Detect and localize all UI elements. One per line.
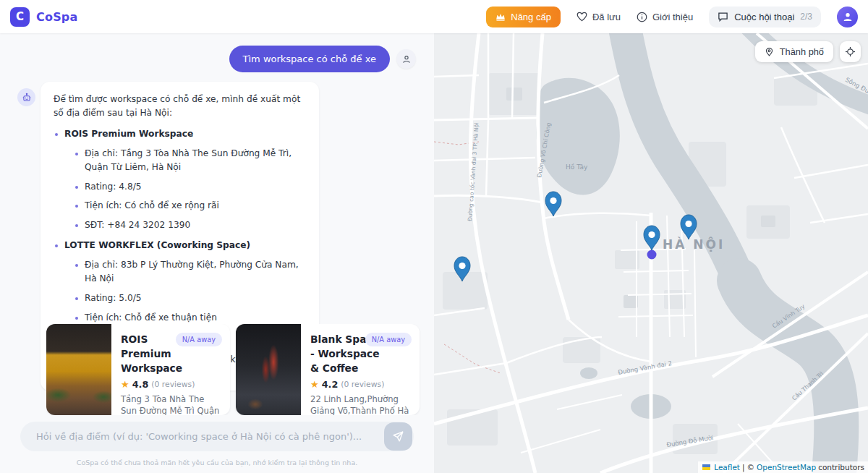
send-button[interactable] xyxy=(384,422,412,451)
logo-icon: C xyxy=(10,7,30,27)
info-icon xyxy=(637,12,647,22)
chat-icon xyxy=(718,12,728,22)
crown-icon xyxy=(495,12,506,21)
chat-input[interactable] xyxy=(20,422,414,451)
chat-panel: Tìm workspace có chỗ để xe Để tìm được w… xyxy=(0,33,434,473)
rating-value: 4.8 xyxy=(132,379,149,390)
place-name-item: ROIS Premium Workspace xyxy=(55,127,306,141)
distance-badge: N/A away xyxy=(365,333,412,346)
place-card-image xyxy=(236,324,301,415)
app-logo[interactable]: C CoSpa xyxy=(10,7,78,27)
place-card-rois[interactable]: ROIS Premium Workspace N/A away ★ 4.8 (0… xyxy=(46,324,230,415)
place-card-blank-space[interactable]: Blank Space - Workspace & Coffee N/A awa… xyxy=(236,324,420,415)
road-label-ring3: Đường cao tốc Vành đai 3 TP. Hà Nội xyxy=(467,122,480,221)
app-header: C CoSpa Nâng cấp Đã lưu Giới thiệu Cuộc xyxy=(0,0,868,33)
map-marker[interactable] xyxy=(644,226,660,250)
place-card-address: Tầng 3 Tòa Nhà The Sun Đường Mễ Trì Quận… xyxy=(121,393,221,415)
star-icon: ★ xyxy=(310,379,319,390)
heart-icon xyxy=(576,12,587,22)
place-cards-carousel[interactable]: ROIS Premium Workspace N/A away ★ 4.8 (0… xyxy=(46,324,434,415)
city-button[interactable]: Thành phố xyxy=(755,41,833,62)
map[interactable]: Hồ Tây Đường Võ Chí Công Đường cao tốc V… xyxy=(434,33,868,473)
place-detail: Địa chỉ: 83b P Lý Thường Kiệt, Phường Cử… xyxy=(75,258,306,286)
person-icon xyxy=(842,11,854,22)
saved-button[interactable]: Đã lưu xyxy=(576,12,621,22)
road-label-vanhdai2: Đường Vành đai 2 xyxy=(618,359,673,376)
place-detail: Tiện ích: Có chỗ để xe rộng rãi xyxy=(75,199,306,213)
upgrade-button[interactable]: Nâng cấp xyxy=(486,7,561,27)
review-count: (0 reviews) xyxy=(341,380,384,389)
bot-avatar xyxy=(17,88,35,106)
star-icon: ★ xyxy=(121,379,129,390)
map-canvas[interactable]: Hồ Tây Đường Võ Chí Công Đường cao tốc V… xyxy=(434,33,868,473)
locate-button[interactable] xyxy=(840,41,861,62)
bullet-dot xyxy=(55,133,58,136)
conversations-button[interactable]: Cuộc hội thoại 2/3 xyxy=(709,7,821,27)
user-message: Tìm workspace có chỗ để xe xyxy=(229,46,390,72)
map-marker[interactable] xyxy=(681,215,697,239)
osm-link[interactable]: OpenStreetMap xyxy=(757,463,816,472)
city-label: HÀ NỘI xyxy=(663,236,725,252)
distance-badge: N/A away xyxy=(176,333,222,346)
app-title: CoSpa xyxy=(36,10,78,24)
place-card-image xyxy=(46,324,111,415)
user-message-avatar xyxy=(396,49,416,69)
bot-intro: Để tìm được workspace có chỗ để xe, mình… xyxy=(54,93,306,120)
place-detail: Rating: 5.0/5 xyxy=(75,291,306,305)
send-icon xyxy=(392,430,404,443)
leaflet-link[interactable]: Leaflet xyxy=(714,463,740,472)
review-count: (0 reviews) xyxy=(151,380,195,389)
place-detail: Rating: 4.8/5 xyxy=(75,180,306,194)
place-detail: SĐT: +84 24 3202 1390 xyxy=(75,218,306,232)
place-list: ROIS Premium Workspace Địa chỉ: Tầng 3 T… xyxy=(54,127,306,344)
place-card-address: 22 Linh Lang,Phường Giảng Võ,Thành Phố H… xyxy=(310,393,411,415)
about-button[interactable]: Giới thiệu xyxy=(637,12,693,22)
robot-icon xyxy=(22,93,32,103)
crosshair-icon xyxy=(845,46,856,57)
map-pin-icon xyxy=(765,47,774,57)
bullet-dot xyxy=(55,244,58,247)
conversations-count: 2/3 xyxy=(800,12,812,22)
place-name-item: LOTTE WORKFLEX (Coworking Space) xyxy=(55,239,306,252)
user-message-row: Tìm workspace có chỗ để xe xyxy=(229,46,416,72)
rating-value: 4.2 xyxy=(322,379,339,390)
disclaimer-text: CoSpa có thể chưa thoả mãn hết yêu cầu c… xyxy=(0,459,434,466)
person-icon xyxy=(401,54,412,64)
map-marker[interactable] xyxy=(545,192,561,216)
map-attribution: Leaflet | © OpenStreetMap contributors xyxy=(698,461,868,473)
user-avatar[interactable] xyxy=(837,7,858,27)
lake-label: Hồ Tây xyxy=(566,163,588,171)
place-detail: Tiện ích: Chỗ để xe thuận tiện xyxy=(75,311,306,325)
ukraine-flag-icon xyxy=(702,464,710,470)
place-detail: Địa chỉ: Tầng 3 Tòa Nhà The Sun Đường Mễ… xyxy=(75,147,306,174)
